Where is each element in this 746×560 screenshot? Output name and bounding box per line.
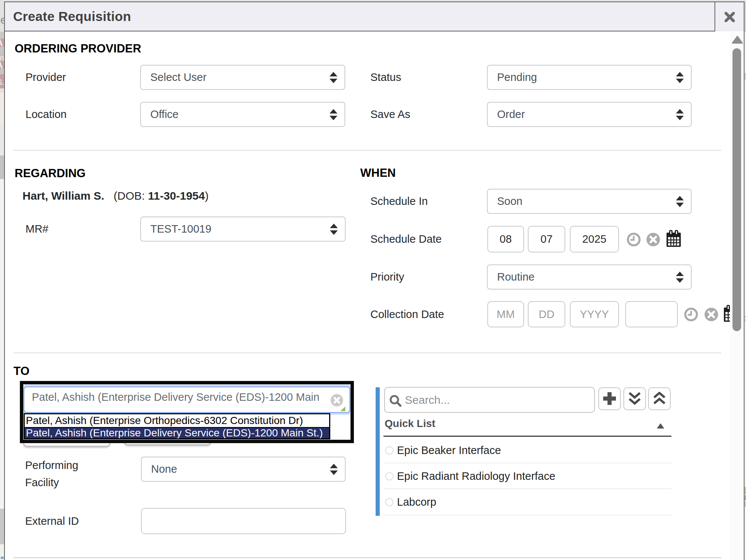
- select-caret-icon: [330, 464, 338, 475]
- modal-scrollbar[interactable]: [730, 32, 744, 560]
- background-page-left-edge: ce A m A s.: [0, 0, 4, 560]
- save-as-select[interactable]: Order: [487, 102, 692, 127]
- collection-date-time-input[interactable]: [625, 301, 678, 327]
- location-label: Location: [25, 102, 67, 127]
- schedule-in-label: Schedule In: [370, 189, 428, 214]
- recipient-autocomplete-list: Patel, Ashish (Enterprise Orthopedics-63…: [24, 413, 330, 439]
- quick-item-label[interactable]: Epic Beaker Interface: [397, 444, 501, 457]
- mr-select[interactable]: TEST-10019: [140, 217, 346, 242]
- schedule-date-month-input[interactable]: [487, 226, 524, 252]
- bg-text-fragment: A: [0, 59, 4, 69]
- section-divider: [13, 352, 721, 353]
- collection-date-day-input[interactable]: [528, 301, 565, 327]
- select-caret-icon: [329, 72, 338, 83]
- provider-select[interactable]: Select User: [140, 65, 345, 90]
- background-page-right-edge: [745, 0, 746, 560]
- patient-name: Hart, William S.: [22, 190, 104, 202]
- chevron-double-down-icon: [628, 392, 641, 405]
- modal-title: Create Requisition: [13, 2, 131, 31]
- schedule-in-select[interactable]: Soon: [487, 189, 692, 214]
- close-button[interactable]: [715, 2, 744, 31]
- select-caret-icon: [329, 109, 338, 120]
- quick-item-radio[interactable]: [385, 472, 394, 481]
- select-caret-icon: [676, 272, 684, 283]
- footer-divider: [13, 557, 721, 558]
- select-caret-icon: [676, 196, 684, 207]
- chevron-double-up-icon: [653, 392, 666, 405]
- quick-item-separator: [383, 488, 671, 489]
- add-button[interactable]: [598, 387, 621, 410]
- quick-item-label[interactable]: Labcorp: [397, 496, 436, 508]
- schedule-date-day-input[interactable]: [528, 226, 565, 252]
- priority-select[interactable]: Routine: [487, 264, 692, 290]
- regarding-heading: REGARDING: [15, 167, 85, 180]
- search-icon: [389, 395, 403, 408]
- provider-label: Provider: [25, 65, 66, 90]
- external-id-label: External ID: [25, 508, 79, 534]
- search-placeholder: Search...: [405, 388, 450, 412]
- plus-icon: [602, 391, 617, 406]
- scrollbar-up-arrow[interactable]: [732, 36, 743, 44]
- quick-item-radio[interactable]: [385, 446, 394, 455]
- select-caret-icon: [676, 72, 684, 83]
- to-heading: TO: [13, 364, 30, 378]
- recipient-input-value: Patel, Ashish (Enterprise Delivery Servi…: [32, 385, 324, 409]
- when-heading: WHEN: [360, 166, 396, 180]
- quick-list-rule: [383, 436, 671, 437]
- recipient-option[interactable]: Patel, Ashish (Enterprise Orthopedics-63…: [25, 414, 329, 428]
- bg-text-fragment: A: [0, 37, 4, 46]
- schedule-date-label: Schedule Date: [370, 226, 442, 252]
- performing-facility-label: Performing Facility: [25, 457, 78, 491]
- status-label: Status: [370, 65, 401, 90]
- close-icon: [725, 12, 735, 22]
- collection-date-label: Collection Date: [370, 301, 444, 327]
- quick-list-accent-bar: [376, 387, 380, 516]
- collection-date-year-input[interactable]: [570, 301, 619, 327]
- quick-item-radio[interactable]: [385, 498, 394, 506]
- select-caret-icon: [676, 109, 684, 120]
- location-select[interactable]: Office: [140, 102, 345, 127]
- quick-list-heading: Quick List: [385, 417, 435, 430]
- search-input[interactable]: Search...: [384, 387, 595, 413]
- status-select[interactable]: Pending: [487, 65, 692, 90]
- patient-line: Hart, William S.(DOB: 11-30-1954): [22, 188, 104, 203]
- scrollbar-thumb[interactable]: [733, 48, 741, 331]
- priority-label: Priority: [370, 264, 404, 290]
- select-caret-icon: [330, 224, 338, 235]
- mr-label: MR#: [25, 217, 48, 242]
- section-divider: [13, 150, 721, 151]
- recipient-input-glow: Patel, Ashish (Enterprise Delivery Servi…: [23, 385, 351, 415]
- schedule-date-time-icon[interactable]: [627, 233, 641, 246]
- collection-date-time-icon[interactable]: [684, 308, 698, 321]
- collection-date-clear-icon[interactable]: [704, 308, 718, 321]
- quick-item-separator: [383, 515, 671, 515]
- patient-dob-group: (DOB: 11-30-1954): [114, 188, 208, 203]
- bg-text-fragment: ce: [0, 13, 4, 26]
- bg-text-fragment: s.: [0, 76, 4, 86]
- collection-date-month-input[interactable]: [487, 301, 524, 327]
- resize-grip-icon[interactable]: [340, 406, 345, 411]
- ordering-provider-heading: ORDERING PROVIDER: [15, 42, 141, 55]
- quick-list-collapse-icon[interactable]: [657, 423, 664, 429]
- modal-header: Create Requisition: [5, 2, 744, 31]
- schedule-date-year-input[interactable]: [570, 226, 619, 252]
- external-id-input[interactable]: [141, 508, 346, 534]
- patient-dob: 11-30-1954: [148, 190, 205, 202]
- collapse-all-button[interactable]: [623, 387, 646, 410]
- quick-item-label[interactable]: Epic Radiant Radiology Interface: [397, 470, 555, 482]
- schedule-date-clear-icon[interactable]: [646, 233, 660, 246]
- expand-all-button[interactable]: [648, 387, 671, 410]
- recipient-clear-icon[interactable]: [331, 394, 343, 406]
- quick-item-separator: [383, 463, 671, 463]
- recipient-option-selected[interactable]: Patel, Ashish (Enterprise Delivery Servi…: [25, 428, 329, 438]
- performing-facility-select[interactable]: None: [141, 457, 346, 482]
- save-as-label: Save As: [370, 102, 410, 127]
- schedule-date-calendar-icon[interactable]: [666, 230, 681, 248]
